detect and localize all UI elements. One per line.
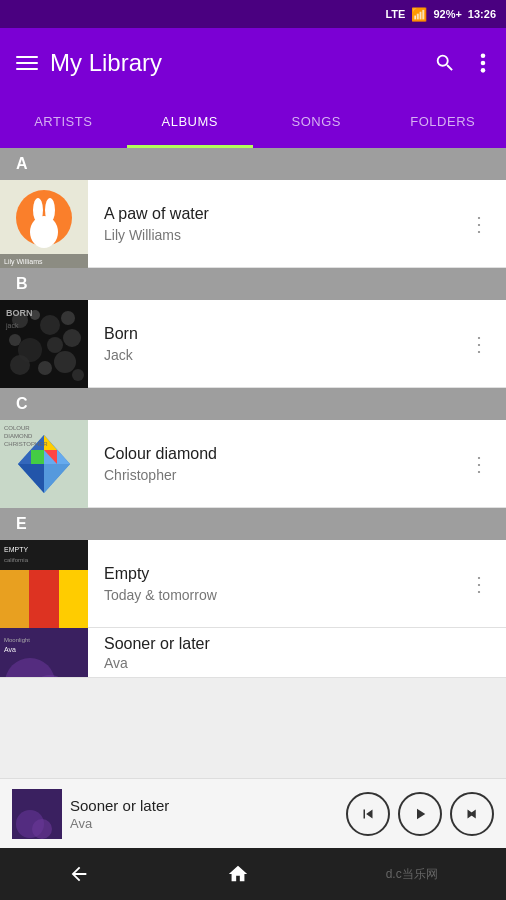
album-artist: Ava <box>104 655 490 671</box>
search-icon <box>434 52 456 74</box>
svg-point-21 <box>38 361 52 375</box>
svg-text:jack: jack <box>5 322 19 330</box>
app-bar: My Library <box>0 28 506 98</box>
menu-button[interactable] <box>16 56 38 70</box>
svg-point-2 <box>481 68 486 73</box>
back-button[interactable] <box>60 855 98 893</box>
watermark-text: d.c当乐网 <box>378 858 446 891</box>
more-options-button[interactable] <box>476 48 490 78</box>
svg-text:BORN: BORN <box>6 308 33 318</box>
album-more-button[interactable]: ⋮ <box>453 200 506 248</box>
album-more-button[interactable]: ⋮ <box>453 560 506 608</box>
svg-text:DIAMOND: DIAMOND <box>4 433 33 439</box>
home-button[interactable] <box>219 855 257 893</box>
album-artist: Lily Williams <box>104 227 437 243</box>
album-artist: Today & tomorrow <box>104 587 437 603</box>
section-header-a: A <box>0 148 506 180</box>
svg-point-0 <box>481 53 486 58</box>
albums-list: A Lily Williams A paw of water Lily Will… <box>0 148 506 830</box>
tab-albums[interactable]: ALBUMS <box>127 98 254 148</box>
now-playing-art <box>12 789 62 839</box>
svg-point-18 <box>47 337 63 353</box>
playback-controls <box>346 792 494 836</box>
now-playing-info: Sooner or later Ava <box>70 797 338 831</box>
app-bar-actions <box>430 48 490 78</box>
album-info: Empty Today & tomorrow <box>88 565 453 603</box>
section-header-c: C <box>0 388 506 420</box>
svg-point-20 <box>10 355 30 375</box>
tab-artists[interactable]: ARTISTS <box>0 98 127 148</box>
tab-bar: ARTISTS ALBUMS SONGS FOLDERS <box>0 98 506 148</box>
tab-songs[interactable]: SONGS <box>253 98 380 148</box>
status-bar: LTE 📶 92%+ 13:26 <box>0 0 506 28</box>
section-header-e: E <box>0 508 506 540</box>
more-icon <box>480 52 486 74</box>
album-title: Colour diamond <box>104 445 437 463</box>
home-icon <box>227 863 249 885</box>
album-art-moonlight: Moonlight Ava <box>0 628 88 678</box>
svg-point-19 <box>63 329 81 347</box>
now-playing-bar: Sooner or later Ava <box>0 778 506 848</box>
svg-marker-34 <box>31 450 44 464</box>
svg-text:Ava: Ava <box>4 646 16 653</box>
album-info: Born Jack <box>88 325 453 363</box>
svg-point-15 <box>61 311 75 325</box>
album-artist: Jack <box>104 347 437 363</box>
album-title: Born <box>104 325 437 343</box>
next-icon <box>463 805 481 823</box>
svg-rect-40 <box>29 570 59 628</box>
back-icon <box>68 863 90 885</box>
album-art-paw: Lily Williams <box>0 180 88 268</box>
svg-point-8 <box>36 218 52 234</box>
svg-point-6 <box>33 198 43 222</box>
list-item[interactable]: EMPTY california Empty Today & tomorrow … <box>0 540 506 628</box>
album-info: A paw of water Lily Williams <box>88 205 453 243</box>
svg-text:california: california <box>4 557 29 563</box>
search-button[interactable] <box>430 48 460 78</box>
svg-point-16 <box>9 334 21 346</box>
album-title: A paw of water <box>104 205 437 223</box>
album-title: Empty <box>104 565 437 583</box>
svg-point-1 <box>481 61 486 66</box>
time-display: 13:26 <box>468 8 496 20</box>
album-artist: Christopher <box>104 467 437 483</box>
album-info: Colour diamond Christopher <box>88 445 453 483</box>
svg-point-51 <box>32 819 52 839</box>
list-item[interactable]: Moonlight Ava Sooner or later Ava <box>0 628 506 678</box>
svg-text:Lily Williams: Lily Williams <box>4 258 43 266</box>
previous-button[interactable] <box>346 792 390 836</box>
list-item[interactable]: COLOUR DIAMOND CHRISTOPHER Colour diamon… <box>0 420 506 508</box>
app-title: My Library <box>50 49 418 77</box>
signal-indicator: LTE <box>385 8 405 20</box>
svg-point-22 <box>54 351 76 373</box>
svg-text:EMPTY: EMPTY <box>4 546 28 553</box>
svg-rect-39 <box>0 570 29 628</box>
album-art-diamond: COLOUR DIAMOND CHRISTOPHER <box>0 420 88 508</box>
list-item[interactable]: BORN jack Born Jack ⋮ <box>0 300 506 388</box>
next-button[interactable] <box>450 792 494 836</box>
bottom-nav-bar: d.c当乐网 <box>0 848 506 900</box>
album-title: Sooner or later <box>104 635 490 653</box>
battery-indicator: 92%+ <box>433 8 461 20</box>
play-button[interactable] <box>398 792 442 836</box>
svg-text:CHRISTOPHER: CHRISTOPHER <box>4 441 48 447</box>
svg-point-7 <box>45 198 55 222</box>
album-art-empty: EMPTY california <box>0 540 88 628</box>
play-icon <box>411 805 429 823</box>
album-more-button[interactable]: ⋮ <box>453 320 506 368</box>
svg-point-14 <box>40 315 60 335</box>
svg-text:Moonlight: Moonlight <box>4 637 30 643</box>
svg-text:COLOUR: COLOUR <box>4 425 30 431</box>
previous-icon <box>359 805 377 823</box>
section-header-b: B <box>0 268 506 300</box>
now-playing-artist: Ava <box>70 816 338 831</box>
svg-point-23 <box>72 369 84 381</box>
svg-rect-41 <box>59 570 88 628</box>
now-playing-title: Sooner or later <box>70 797 338 814</box>
album-art-born: BORN jack <box>0 300 88 388</box>
tab-folders[interactable]: FOLDERS <box>380 98 507 148</box>
signal-bars-icon: 📶 <box>411 7 427 22</box>
album-more-button[interactable]: ⋮ <box>453 440 506 488</box>
list-item[interactable]: Lily Williams A paw of water Lily Willia… <box>0 180 506 268</box>
album-info: Sooner or later Ava <box>88 635 506 671</box>
